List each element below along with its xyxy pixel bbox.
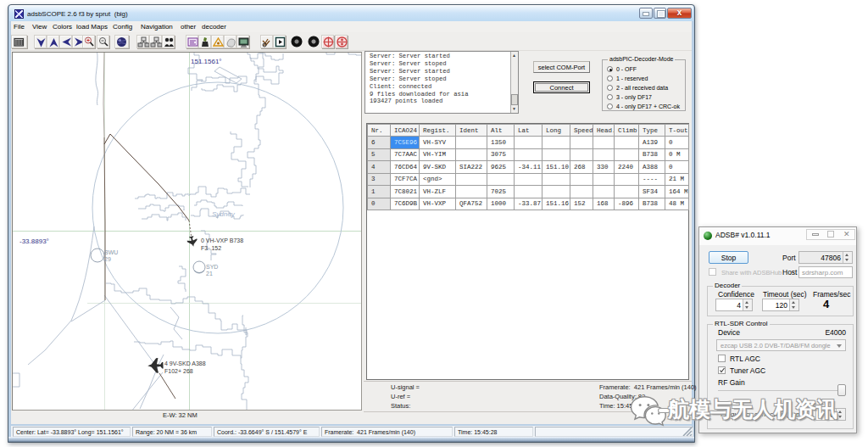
svg-text:Sydney: Sydney: [212, 210, 236, 218]
svg-text:F3· 152: F3· 152: [201, 245, 221, 251]
svg-text:151.1561°: 151.1561°: [191, 58, 222, 65]
svg-text:BWU: BWU: [104, 249, 118, 255]
svg-text:29: 29: [104, 256, 111, 262]
svg-text:SYD: SYD: [206, 264, 218, 270]
svg-text:0 VH-VXP B738: 0 VH-VXP B738: [201, 237, 243, 243]
svg-text:-33.8893°: -33.8893°: [19, 237, 49, 245]
svg-text:21: 21: [206, 271, 213, 277]
svg-text:F102+ 268: F102+ 268: [164, 368, 193, 374]
svg-text:4 9V-SKD A388: 4 9V-SKD A388: [164, 360, 206, 366]
